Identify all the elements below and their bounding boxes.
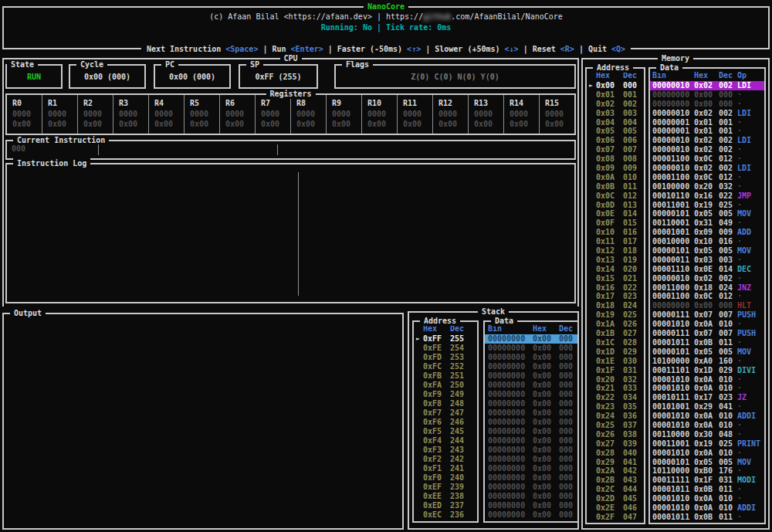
register-dec-value: 0000 [83,109,113,119]
stack-data-bin: 00000000 [488,371,533,381]
selected-row-arrow [588,164,596,173]
register-hex-value: 0x00 [225,119,255,129]
register-name: R4 [154,97,184,109]
register-name: R14 [510,97,539,109]
menu-item-reset[interactable]: Reset <R> [533,45,574,53]
memory-data-hex: 0x18 [694,283,719,293]
pc-box: PC 0x00 (000) [154,64,231,89]
memory-data-dec: 001 [719,118,737,127]
menu-item-faster[interactable]: Faster (-50ms) <↑> [337,45,421,53]
current-instruction-separator [98,144,99,155]
stack-data-bin: 00000000 [488,408,533,418]
stack-addr-hex: 0xFE [423,344,450,353]
stack-addr-dec: 236 [450,510,470,520]
register-hex-value: 0x00 [510,119,539,129]
memory-data-bin: 00000000 [652,90,694,100]
memory-data-op: PUSH [737,310,764,320]
stack-data-dec: 000 [559,381,576,390]
memory-data-bin: 00001011 [652,485,694,494]
memory-data-hex: 0xB0 [694,466,719,476]
memory-data-bin: 00000101 [652,347,694,357]
register-dec-value: 0000 [438,109,468,119]
stack-data-hex: 0x00 [533,353,559,362]
stack-addr-hex: 0xF3 [423,446,450,455]
stack-data-hex: 0x00 [533,510,559,520]
memory-data-row: 000100000x10016· [650,237,764,246]
memory-addr-hex: 0x2C [596,485,623,494]
menu-item-run[interactable]: Run <Enter> [272,45,323,53]
stack-data-bin: 00000000 [488,446,533,455]
memory-data-bin: 00000001 [652,127,694,136]
stack-data-bin: 00000000 [488,390,533,399]
memory-data-bin: 00001100 [652,292,694,301]
stack-data-row: 000000000x00000 [485,362,577,371]
memory-data-hex: 0x0A [694,503,719,513]
menu-item-slower[interactable]: Slower (+50ms) <↓> [435,45,518,53]
memory-data-row: 000111010x1D029DIVI [650,366,764,375]
memory-data-title: Data [656,63,682,73]
stack-data-dec: 000 [559,334,576,344]
memory-data-dec: 176 [719,466,737,476]
stack-data-row: 000000000x00000 [485,483,577,492]
memory-data-hex: 0x00 [694,90,719,100]
memory-data-hex: 0x00 [694,100,719,109]
register-r3: R300000x00 [113,95,149,134]
menu-item-next-instruction[interactable]: Next Instruction <Space> [147,45,259,53]
memory-data-bin: 00001010 [652,375,694,385]
stack-data-bin: 00000000 [488,344,533,353]
memory-data-hex: 0x02 [694,145,719,154]
memory-data-row: 000001110x07007PUSH [650,310,764,320]
register-dec-value: 0000 [403,109,432,119]
memory-address-row: 0x12018 [587,246,644,256]
memory-data-op: · [737,421,764,430]
stack-address-row: 0xF8248 [414,399,477,408]
memory-data-op: · [737,90,764,100]
memory-addr-hex: 0x15 [596,274,623,283]
stack-data-dec: 000 [559,427,576,436]
memory-data-dec: 010 [719,412,737,421]
selected-row-arrow [588,109,596,118]
memory-data-row: 000000000x00000HLT [650,301,764,310]
memory-data-op: · [737,201,764,210]
memory-data-row: 000010110x0B011· [650,513,764,522]
stack-data-row: 000000000x00000 [485,371,577,381]
memory-data-hex: 0x09 [694,228,719,237]
memory-data-hex: 0x0B [694,513,719,522]
memory-address-row: 0x01001 [587,90,644,100]
stack-address-row: ►0xFF255 [414,334,477,344]
memory-data-hex: 0x0A [694,384,719,393]
memory-address-row: 0x1A026 [587,320,644,329]
menu-item-label: Run [272,45,290,53]
menu-item-quit[interactable]: Quit <Q> [588,45,625,53]
selected-row-arrow [588,246,596,256]
stack-data-hex: 0x00 [533,436,559,446]
memory-address-row: 0x1D029 [587,347,644,357]
memory-data-row: 000111110x1F031MODI [650,476,764,485]
memory-address-row: 0x1F031 [587,366,644,375]
memory-data-bin: 00010000 [652,237,694,246]
memory-addr-dec: 032 [623,375,643,385]
register-dec-value: 0000 [225,109,255,119]
memory-data-dec: 014 [719,265,737,274]
stack-addr-dec: 251 [450,371,470,381]
copyright-suffix: .com/AfaanBilal/NanoCore [451,12,563,21]
memory-addr-dec: 015 [623,219,643,228]
memory-data-row: 001100010x31049· [650,219,764,228]
stack-addr-dec: 245 [450,427,470,436]
selected-row-arrow [415,483,423,492]
stack-addr-hex: 0xEF [423,483,450,492]
memory-data-row: 000000010x01001· [650,127,764,136]
stack-panel: Stack Address Hex Dec ►0xFF2550xFE2540xF… [408,311,579,530]
stack-data-bin: 00000000 [488,464,533,473]
memory-data-op: · [737,256,764,265]
memory-addr-hex: 0x25 [596,421,623,430]
memory-data-bin: 00001010 [652,384,694,393]
stack-addr-dec: 237 [450,501,470,510]
stack-addr-hex: 0xF2 [423,455,450,464]
memory-data-dec: 011 [719,513,737,522]
memory-data-row: 000000110x03003· [650,256,764,265]
stack-addr-dec: 247 [450,408,470,418]
memory-data-row: 000011000x0C012· [650,173,764,182]
memory-data-dec: 002 [719,136,737,145]
memory-data-op: ADD [737,228,764,237]
